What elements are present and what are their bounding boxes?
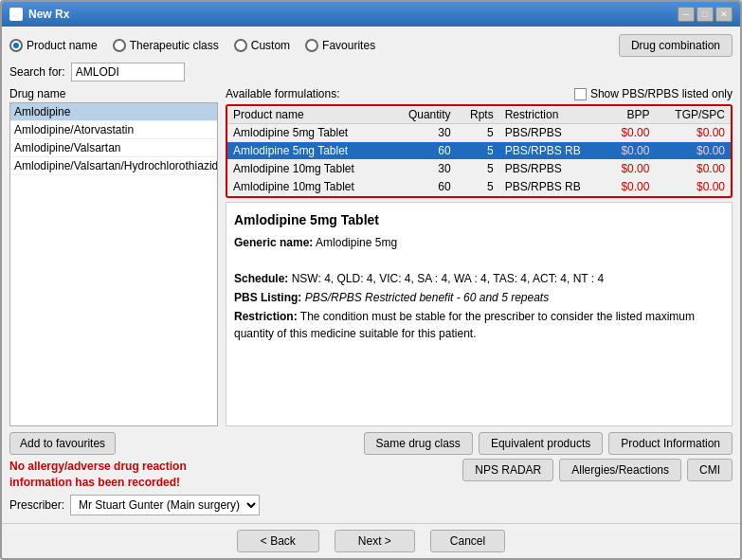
detail-box: Amlodipine 5mg Tablet Generic name: Amlo… <box>226 202 733 426</box>
generic-value: Amlodipine 5mg <box>316 236 397 249</box>
cell-product-name: Amlodipine 5mg Tablet <box>227 124 390 142</box>
col-restriction: Restriction <box>499 106 606 124</box>
prescriber-row: Prescriber: Mr Stuart Gunter (Main surge… <box>9 495 218 515</box>
cell-restriction: PBS/RPBS RB <box>499 178 606 196</box>
list-item[interactable]: Amlodipine/Valsartan/Hydrochlorothiazide <box>10 157 217 175</box>
list-item[interactable]: Amlodipine <box>10 103 217 121</box>
cell-product-name: Amlodipine 10mg Tablet <box>227 160 390 178</box>
cell-bpp: $0.00 <box>606 124 656 142</box>
col-product-name: Product name <box>227 106 390 124</box>
cell-restriction: PBS/RPBS <box>499 124 606 142</box>
maximize-button[interactable]: □ <box>697 7 714 22</box>
table-row[interactable]: Amlodipine 5mg Tablet 30 5 PBS/RPBS $0.0… <box>227 124 731 142</box>
cmi-button[interactable]: CMI <box>687 459 733 481</box>
bottom-right: Same drug class Equivalent products Prod… <box>226 432 733 515</box>
pbs-checkbox-row[interactable]: Show PBS/RPBS listed only <box>574 87 733 100</box>
cell-restriction: PBS/RPBS RB <box>499 142 606 160</box>
cell-bpp: $0.00 <box>606 142 656 160</box>
add-favourites-button[interactable]: Add to favourites <box>9 432 116 455</box>
search-input[interactable] <box>71 63 185 81</box>
col-quantity: Quantity <box>390 106 457 124</box>
search-type-group: Product name Therapeutic class Custom Fa… <box>9 39 375 52</box>
cell-product-name: Amlodipine 5mg Tablet <box>227 142 390 160</box>
schedule-label: Schedule: <box>234 272 288 285</box>
restriction-label: Restriction: <box>234 310 298 323</box>
formulations-label: Available formulations: <box>226 87 340 100</box>
pbs-label: PBS Listing: <box>234 291 301 304</box>
search-label: Search for: <box>9 65 65 79</box>
list-item[interactable]: Amlodipine/Atorvastatin <box>10 121 217 139</box>
drug-combination-button[interactable]: Drug combination <box>619 34 733 57</box>
table-row[interactable]: Amlodipine 5mg Tablet 60 5 PBS/RPBS RB $… <box>227 142 731 160</box>
drug-list[interactable]: Amlodipine Amlodipine/Atorvastatin Amlod… <box>9 102 218 426</box>
table-row[interactable]: Amlodipine 10mg Tablet 60 5 PBS/RPBS RB … <box>227 178 731 196</box>
back-button[interactable]: < Back <box>237 530 319 552</box>
cell-rpts: 5 <box>457 178 499 196</box>
col-rpts: Rpts <box>457 106 499 124</box>
table-row[interactable]: Amlodipine 10mg Tablet 30 5 PBS/RPBS $0.… <box>227 160 731 178</box>
pbs-checkbox-label: Show PBS/RPBS listed only <box>590 87 733 100</box>
prescriber-label: Prescriber: <box>9 498 64 512</box>
close-button[interactable]: ✕ <box>715 7 733 22</box>
cancel-button[interactable]: Cancel <box>430 530 505 552</box>
cell-tgp: $0.00 <box>655 160 731 178</box>
detail-title: Amlodipine 5mg Tablet <box>234 210 724 230</box>
radio-therapeutic-class[interactable]: Therapeutic class <box>113 39 219 52</box>
allergy-warning: No allergy/adverse drug reaction informa… <box>9 459 218 491</box>
main-area: Drug name Amlodipine Amlodipine/Atorvast… <box>9 87 733 426</box>
allergies-reactions-button[interactable]: Allergies/Reactions <box>559 459 681 481</box>
drug-list-panel: Drug name Amlodipine Amlodipine/Atorvast… <box>9 87 218 426</box>
pbs-value: PBS/RPBS Restricted benefit - 60 and 5 r… <box>305 291 549 304</box>
formulations-header: Available formulations: Show PBS/RPBS li… <box>226 87 733 100</box>
cell-rpts: 5 <box>457 124 499 142</box>
radio-input-product-name[interactable] <box>9 39 23 52</box>
product-information-button[interactable]: Product Information <box>608 432 733 455</box>
title-bar: New Rx ─ □ ✕ <box>2 2 740 27</box>
radio-input-favourites[interactable] <box>305 39 318 52</box>
restriction-value: The condition must be stable for the pre… <box>234 310 695 340</box>
schedule-value: NSW: 4, QLD: 4, VIC: 4, SA : 4, WA : 4, … <box>292 272 604 285</box>
title-bar-title: New Rx <box>9 8 69 21</box>
title-bar-controls: ─ □ ✕ <box>678 7 733 22</box>
detail-schedule: Schedule: NSW: 4, QLD: 4, VIC: 4, SA : 4… <box>234 270 724 287</box>
main-window: New Rx ─ □ ✕ Product name Therapeutic cl… <box>0 0 742 560</box>
formulations-table-wrap: Product name Quantity Rpts Restriction B… <box>226 104 733 198</box>
minimize-button[interactable]: ─ <box>678 7 695 22</box>
top-row: Product name Therapeutic class Custom Fa… <box>9 34 733 57</box>
pbs-checkbox[interactable] <box>574 88 587 100</box>
bottom-section: Add to favourites No allergy/adverse dru… <box>9 432 733 515</box>
same-drug-class-button[interactable]: Same drug class <box>364 432 473 455</box>
cell-quantity: 30 <box>390 160 457 178</box>
cell-bpp: $0.00 <box>606 178 656 196</box>
next-button[interactable]: Next > <box>335 530 415 552</box>
bottom-middle: Add to favourites No allergy/adverse dru… <box>9 432 733 515</box>
radio-product-name[interactable]: Product name <box>9 39 98 52</box>
radio-input-therapeutic-class[interactable] <box>113 39 126 52</box>
nps-radar-button[interactable]: NPS RADAR <box>462 459 553 481</box>
list-item[interactable]: Amlodipine/Valsartan <box>10 139 217 157</box>
detail-restriction: Restriction: The condition must be stabl… <box>234 308 724 342</box>
detail-generic: Generic name: Amlodipine 5mg <box>234 234 724 251</box>
cell-rpts: 5 <box>457 160 499 178</box>
cell-tgp: $0.00 <box>655 124 731 142</box>
generic-label: Generic name: <box>234 236 313 249</box>
radio-favourites[interactable]: Favourites <box>305 39 375 52</box>
content-area: Product name Therapeutic class Custom Fa… <box>2 27 740 523</box>
cell-restriction: PBS/RPBS <box>499 160 606 178</box>
right-panel: Available formulations: Show PBS/RPBS li… <box>226 87 733 426</box>
col-bpp: BPP <box>606 106 656 124</box>
cell-rpts: 5 <box>457 142 499 160</box>
radio-input-custom[interactable] <box>234 39 247 52</box>
table-header-row: Product name Quantity Rpts Restriction B… <box>227 106 731 124</box>
cell-tgp: $0.00 <box>655 178 731 196</box>
cell-quantity: 60 <box>390 178 457 196</box>
search-row: Search for: <box>9 63 733 81</box>
col-tgp: TGP/SPC <box>655 106 731 124</box>
window-icon <box>9 8 23 21</box>
equivalent-products-button[interactable]: Equivalent products <box>479 432 603 455</box>
action-buttons-row1: Same drug class Equivalent products Prod… <box>226 432 733 455</box>
detail-pbs: PBS Listing: PBS/RPBS Restricted benefit… <box>234 289 724 306</box>
action-buttons-row2: NPS RADAR Allergies/Reactions CMI <box>226 459 733 481</box>
radio-custom[interactable]: Custom <box>234 39 290 52</box>
formulations-table: Product name Quantity Rpts Restriction B… <box>227 106 731 196</box>
